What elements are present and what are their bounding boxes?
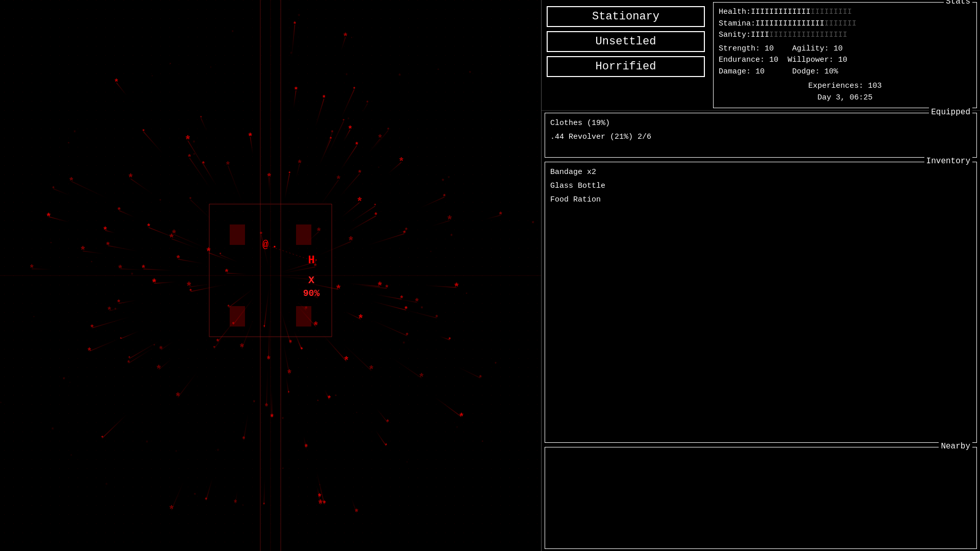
unsettled-button[interactable]: Unsettled [547, 31, 705, 52]
willpower-value: 10 [838, 56, 847, 64]
game-canvas [0, 0, 541, 551]
day-time: Day 3, 06:25 [817, 93, 872, 102]
endurance-value: 10 [769, 56, 778, 64]
nearby-panel: Nearby [545, 447, 977, 549]
dodge-value: 10% [824, 67, 838, 76]
endurance-willpower-line: Endurance: 10 Willpower: 10 [719, 55, 971, 66]
health-label: Health: [719, 8, 751, 16]
equipped-item-1: .44 Revolver (21%) 2/6 [550, 130, 971, 144]
health-bar-empty: IIIIIIIII [811, 8, 852, 16]
endurance-label: Endurance: [719, 56, 765, 64]
equipped-panel-title: Equipped [929, 108, 972, 117]
inventory-item-2: Food Ration [550, 193, 971, 207]
inventory-item-0: Bandage x2 [550, 165, 971, 179]
map-canvas [0, 0, 541, 551]
agility-value: 10 [834, 44, 843, 53]
agility-label: Agility: [792, 44, 829, 53]
stats-panel-title: Stats [944, 0, 972, 6]
stamina-bar-empty: IIIIIII [824, 19, 856, 28]
health-bar-line: Health:IIIIIIIIIIIIIIIIIIIIII [719, 7, 971, 18]
damage-label: Damage: [719, 67, 751, 76]
stamina-bar-full: IIIIIIIIIIIIIII [755, 19, 824, 28]
dodge-label: Dodge: [792, 67, 820, 76]
status-buttons-column: Stationary Unsettled Horrified [542, 0, 710, 110]
sanity-label: Sanity: [719, 31, 751, 39]
inventory-item-1: Glass Bottle [550, 179, 971, 193]
damage-dodge-line: Damage: 10 Dodge: 10% [719, 66, 971, 78]
horrified-button[interactable]: Horrified [547, 56, 705, 77]
willpower-label: Willpower: [788, 56, 834, 64]
equipped-item-0: Clothes (19%) [550, 116, 971, 130]
inventory-panel-title: Inventory [924, 157, 972, 166]
strength-value: 10 [765, 44, 774, 53]
stamina-label: Stamina: [719, 19, 755, 28]
right-panel: Stationary Unsettled Horrified Stats Hea… [541, 0, 980, 551]
damage-value: 10 [755, 67, 765, 76]
experiences-label: Experiences: [808, 82, 863, 90]
stationary-button[interactable]: Stationary [547, 6, 705, 27]
day-time-line: Day 3, 06:25 [719, 92, 971, 104]
strength-agility-line: Strength: 10 Agility: 10 [719, 43, 971, 55]
stats-panel: Stats Health:IIIIIIIIIIIIIIIIIIIIII Stam… [713, 2, 977, 108]
sanity-bar-empty: IIIIIIIIIIIIIIIII [769, 31, 847, 39]
experiences-line: Experiences: 103 [719, 81, 971, 92]
stamina-bar-line: Stamina:IIIIIIIIIIIIIIIIIIIIII [719, 18, 971, 30]
sanity-bar-line: Sanity:IIIIIIIIIIIIIIIIIIIII [719, 30, 971, 41]
nearby-panel-title: Nearby [939, 442, 972, 451]
inventory-panel: Inventory Bandage x2 Glass Bottle Food R… [545, 162, 977, 443]
sanity-bar-full: IIII [751, 31, 769, 39]
game-container: Stationary Unsettled Horrified Stats Hea… [0, 0, 980, 551]
right-top-section: Stationary Unsettled Horrified Stats Hea… [542, 0, 980, 111]
strength-label: Strength: [719, 44, 760, 53]
equipped-panel: Equipped Clothes (19%) .44 Revolver (21%… [545, 113, 977, 158]
health-bar-full: IIIIIIIIIIIII [751, 8, 811, 16]
experiences-value: 103 [868, 82, 882, 90]
